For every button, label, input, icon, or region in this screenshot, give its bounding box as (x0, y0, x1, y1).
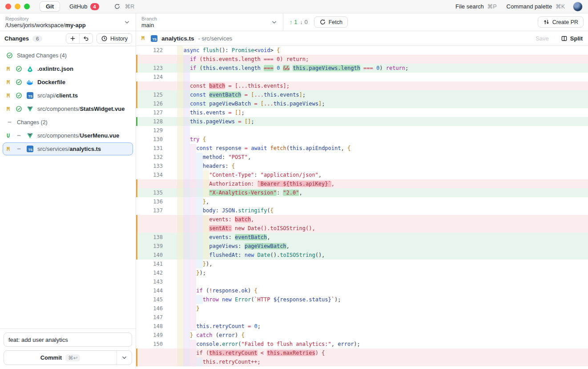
hunk-marker (136, 322, 137, 331)
code-text: console.error("Failed to flush analytics… (165, 340, 588, 349)
close-window-button[interactable] (5, 4, 11, 9)
command-palette-button[interactable]: Command palette (507, 3, 552, 10)
code-text (165, 313, 588, 322)
commit-message-input[interactable] (4, 333, 132, 347)
file-row-analytics.ts[interactable]: MTSsrc/services/analytics.ts (3, 142, 133, 155)
tab-github-label: GitHub (69, 3, 87, 10)
indent-guide (177, 188, 183, 197)
commit-area: Commit ⌘↩ (0, 328, 136, 369)
diff-line-128: 128this.pageViews = []; (136, 117, 588, 126)
code-text: this.retryCount++; (165, 357, 588, 366)
indent-guide (183, 349, 189, 357)
line-number: 148 (136, 322, 165, 331)
titlebar: Git GitHub 4 ⌘R File search ⌘P Command p… (0, 0, 588, 13)
code-text: this.pageViews = []; (165, 117, 588, 126)
indent-guide (177, 251, 183, 260)
file-row-UserMenu.vue[interactable]: Usrc/components/UserMenu.vue (3, 129, 133, 142)
chevron-down-icon (271, 19, 278, 25)
file-search-button[interactable]: File search (455, 3, 484, 10)
typescript-icon: TS (26, 146, 33, 153)
section-header[interactable]: Changes (2) (0, 116, 136, 129)
code-text (165, 73, 588, 81)
indent-guide (177, 322, 183, 331)
line-number (136, 179, 165, 188)
minimize-window-button[interactable] (15, 4, 20, 9)
file-row-client.ts[interactable]: MTSsrc/api/client.ts (3, 89, 133, 102)
save-button[interactable]: Save (536, 35, 549, 42)
diff-line-148: 148this.retryCount = 0; (136, 322, 588, 331)
indent-guide (203, 215, 209, 224)
indent-guide (183, 260, 189, 268)
file-status-badge: M (141, 35, 146, 41)
section-header[interactable]: Staged Changes (4) (0, 49, 136, 62)
file-status-badge: M (7, 93, 12, 99)
hunk-marker (136, 349, 137, 357)
code-text: flushedAt: new Date().toISOString(), (165, 251, 588, 260)
refresh-icon[interactable] (113, 2, 121, 11)
code-text: if (this.events.length === 0) return; (165, 55, 588, 64)
fetch-button[interactable]: Fetch (314, 16, 348, 28)
line-number (136, 357, 165, 366)
indent-guide (177, 197, 183, 206)
line-number: 150 (136, 340, 165, 349)
commit-options-button[interactable] (117, 351, 132, 365)
repository-selector[interactable]: Repository /Users/joris/workspace/my-app (0, 13, 136, 31)
check-circle-icon (6, 52, 13, 59)
line-number: 149 (136, 331, 165, 340)
tab-git[interactable]: Git (40, 1, 60, 12)
indent-guide (183, 206, 189, 215)
indent-guide (196, 251, 202, 260)
hunk-marker (136, 188, 137, 197)
indent-guide (196, 224, 202, 233)
section-label: Changes (2) (17, 119, 48, 126)
commit-button[interactable]: Commit ⌘↩ (4, 351, 117, 365)
diff-line-125: 125const eventBatch = [...this.events]; (136, 90, 588, 99)
avatar[interactable] (573, 2, 583, 12)
file-name: src/components/UserMenu.vue (37, 132, 119, 139)
zoom-window-button[interactable] (24, 4, 30, 9)
behind-indicator: ↓ 0 (300, 19, 307, 25)
file-row-Dockerfile[interactable]: MDockerfile (3, 76, 133, 89)
line-number: 145 (136, 295, 165, 304)
code-text: const pageViewBatch = [...this.pageViews… (165, 99, 588, 108)
create-pr-button[interactable]: Create PR (538, 16, 584, 28)
dash-icon (16, 132, 22, 139)
vue-icon (26, 132, 33, 139)
add-file-button[interactable] (66, 34, 79, 43)
branch-selector[interactable]: Branch main (136, 13, 283, 31)
indent-guide (183, 268, 189, 277)
hunk-marker (136, 277, 137, 286)
hunk-marker (136, 46, 137, 55)
code-text: if (this.events.length === 0 && this.pag… (165, 64, 588, 73)
indent-guide (177, 277, 183, 286)
indent-guide (190, 357, 196, 366)
window-controls[interactable] (5, 4, 30, 9)
history-button[interactable]: History (97, 33, 132, 44)
file-row-.oxlintrc.json[interactable]: M.oxlintrc.json (3, 62, 133, 75)
file-row-StatsWidget.vue[interactable]: Msrc/components/StatsWidget.vue (3, 102, 133, 115)
chevron-down-icon (124, 19, 130, 25)
line-number: 128 (136, 117, 165, 126)
undo-button[interactable] (79, 34, 93, 43)
indent-guide (177, 117, 183, 126)
diff-line-141: 141}), (136, 260, 588, 268)
code-text (165, 126, 588, 135)
diff-line-124: 124 (136, 73, 588, 81)
hunk-marker (136, 81, 137, 90)
code-text: if (this.retryCount < this.maxRetries) { (165, 349, 588, 357)
diff-code[interactable]: 122async flush(): Promise<void> {if (thi… (136, 46, 588, 369)
diff-line-135: 135"X-Analytics-Version": "2.0", (136, 188, 588, 197)
code-text: events: eventBatch, (165, 233, 588, 242)
ahead-indicator: ↑ 1 (290, 19, 297, 25)
file-status-badge: U (7, 133, 12, 139)
diff-line: this.retryCount++; (136, 357, 588, 366)
tab-github[interactable]: GitHub 4 (64, 2, 105, 12)
typescript-icon: TS (150, 35, 157, 42)
hunk-marker (136, 144, 137, 153)
commit-label: Commit (40, 354, 62, 361)
code-text (165, 277, 588, 286)
split-view-button[interactable]: Split (561, 35, 583, 42)
hunk-marker (136, 55, 137, 64)
diff-line-140: 140flushedAt: new Date().toISOString(), (136, 251, 588, 260)
section-label: Staged Changes (4) (17, 53, 67, 59)
